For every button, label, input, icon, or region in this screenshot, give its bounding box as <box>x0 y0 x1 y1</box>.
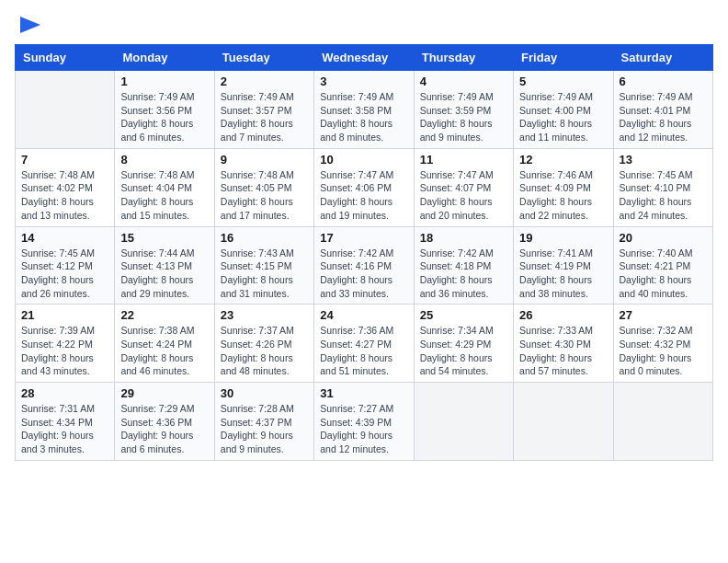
day-info: Sunrise: 7:45 AMSunset: 4:12 PMDaylight:… <box>21 247 108 301</box>
calendar-week-row: 28Sunrise: 7:31 AMSunset: 4:34 PMDayligh… <box>16 383 713 461</box>
calendar-cell: 16Sunrise: 7:43 AMSunset: 4:15 PMDayligh… <box>214 226 313 304</box>
calendar-cell: 5Sunrise: 7:49 AMSunset: 4:00 PMDaylight… <box>514 71 613 149</box>
day-number: 11 <box>420 153 507 167</box>
calendar-week-row: 21Sunrise: 7:39 AMSunset: 4:22 PMDayligh… <box>16 304 713 383</box>
calendar-cell <box>613 383 712 461</box>
day-info: Sunrise: 7:42 AMSunset: 4:18 PMDaylight:… <box>420 247 507 301</box>
calendar-cell <box>514 383 613 461</box>
svg-marker-0 <box>20 17 40 33</box>
calendar-cell: 10Sunrise: 7:47 AMSunset: 4:06 PMDayligh… <box>314 148 414 226</box>
day-number: 28 <box>21 386 108 400</box>
day-number: 12 <box>519 153 607 167</box>
calendar-cell: 20Sunrise: 7:40 AMSunset: 4:21 PMDayligh… <box>613 226 712 304</box>
day-info: Sunrise: 7:40 AMSunset: 4:21 PMDaylight:… <box>620 247 707 301</box>
day-number: 29 <box>120 386 208 400</box>
day-number: 14 <box>21 231 108 245</box>
calendar-cell: 9Sunrise: 7:48 AMSunset: 4:05 PMDaylight… <box>214 148 313 226</box>
day-number: 26 <box>519 308 607 322</box>
day-number: 2 <box>221 75 308 88</box>
calendar-cell <box>414 383 513 461</box>
header-wednesday: Wednesday <box>314 45 414 71</box>
calendar-cell: 17Sunrise: 7:42 AMSunset: 4:16 PMDayligh… <box>314 226 414 304</box>
calendar-cell: 25Sunrise: 7:34 AMSunset: 4:29 PMDayligh… <box>414 304 513 383</box>
day-number: 16 <box>221 231 308 245</box>
calendar-cell: 27Sunrise: 7:32 AMSunset: 4:32 PMDayligh… <box>613 304 712 383</box>
day-number: 1 <box>120 75 208 88</box>
day-info: Sunrise: 7:49 AMSunset: 3:59 PMDaylight:… <box>420 90 507 144</box>
calendar-cell: 12Sunrise: 7:46 AMSunset: 4:09 PMDayligh… <box>514 148 613 226</box>
calendar-cell <box>16 71 115 149</box>
calendar-cell: 8Sunrise: 7:48 AMSunset: 4:04 PMDaylight… <box>115 148 214 226</box>
day-number: 3 <box>320 75 407 88</box>
header-thursday: Thursday <box>414 45 513 71</box>
calendar-cell: 7Sunrise: 7:48 AMSunset: 4:02 PMDaylight… <box>16 148 115 226</box>
day-number: 24 <box>320 308 407 322</box>
day-info: Sunrise: 7:36 AMSunset: 4:27 PMDaylight:… <box>320 324 407 378</box>
day-info: Sunrise: 7:33 AMSunset: 4:30 PMDaylight:… <box>519 324 607 378</box>
day-number: 5 <box>519 75 607 88</box>
calendar-cell: 3Sunrise: 7:49 AMSunset: 3:58 PMDaylight… <box>314 71 414 149</box>
day-number: 18 <box>420 231 507 245</box>
day-info: Sunrise: 7:27 AMSunset: 4:39 PMDaylight:… <box>320 402 407 456</box>
calendar-cell: 15Sunrise: 7:44 AMSunset: 4:13 PMDayligh… <box>115 226 214 304</box>
day-info: Sunrise: 7:43 AMSunset: 4:15 PMDaylight:… <box>221 247 308 301</box>
day-number: 8 <box>120 153 208 167</box>
calendar-cell: 6Sunrise: 7:49 AMSunset: 4:01 PMDaylight… <box>613 71 712 149</box>
calendar-table: SundayMondayTuesdayWednesdayThursdayFrid… <box>15 44 713 461</box>
calendar-cell: 4Sunrise: 7:49 AMSunset: 3:59 PMDaylight… <box>414 71 513 149</box>
calendar-cell: 24Sunrise: 7:36 AMSunset: 4:27 PMDayligh… <box>314 304 414 383</box>
calendar-cell: 29Sunrise: 7:29 AMSunset: 4:36 PMDayligh… <box>115 383 214 461</box>
day-number: 31 <box>320 386 407 400</box>
calendar-cell: 13Sunrise: 7:45 AMSunset: 4:10 PMDayligh… <box>613 148 712 226</box>
calendar-cell: 18Sunrise: 7:42 AMSunset: 4:18 PMDayligh… <box>414 226 513 304</box>
header-sunday: Sunday <box>16 45 115 71</box>
day-info: Sunrise: 7:37 AMSunset: 4:26 PMDaylight:… <box>221 324 308 378</box>
day-info: Sunrise: 7:42 AMSunset: 4:16 PMDaylight:… <box>320 247 407 301</box>
day-number: 15 <box>120 231 208 245</box>
day-number: 25 <box>420 308 507 322</box>
day-info: Sunrise: 7:48 AMSunset: 4:02 PMDaylight:… <box>21 168 108 223</box>
calendar-cell: 19Sunrise: 7:41 AMSunset: 4:19 PMDayligh… <box>514 226 613 304</box>
header-saturday: Saturday <box>613 45 712 71</box>
calendar-cell: 28Sunrise: 7:31 AMSunset: 4:34 PMDayligh… <box>16 383 115 461</box>
day-info: Sunrise: 7:47 AMSunset: 4:06 PMDaylight:… <box>320 168 407 223</box>
calendar-cell: 2Sunrise: 7:49 AMSunset: 3:57 PMDaylight… <box>214 71 313 149</box>
day-info: Sunrise: 7:34 AMSunset: 4:29 PMDaylight:… <box>420 324 507 378</box>
day-number: 7 <box>21 153 108 167</box>
day-info: Sunrise: 7:32 AMSunset: 4:32 PMDaylight:… <box>620 324 707 378</box>
day-number: 20 <box>620 231 707 245</box>
day-number: 10 <box>320 153 407 167</box>
day-number: 22 <box>120 308 208 322</box>
day-info: Sunrise: 7:45 AMSunset: 4:10 PMDaylight:… <box>620 168 707 223</box>
day-info: Sunrise: 7:28 AMSunset: 4:37 PMDaylight:… <box>221 402 308 456</box>
calendar-cell: 30Sunrise: 7:28 AMSunset: 4:37 PMDayligh… <box>214 383 313 461</box>
calendar-cell: 14Sunrise: 7:45 AMSunset: 4:12 PMDayligh… <box>16 226 115 304</box>
day-info: Sunrise: 7:49 AMSunset: 4:00 PMDaylight:… <box>519 90 607 144</box>
day-number: 19 <box>519 231 607 245</box>
day-info: Sunrise: 7:48 AMSunset: 4:04 PMDaylight:… <box>120 168 208 223</box>
day-info: Sunrise: 7:49 AMSunset: 3:56 PMDaylight:… <box>120 90 208 144</box>
calendar-cell: 31Sunrise: 7:27 AMSunset: 4:39 PMDayligh… <box>314 383 414 461</box>
day-info: Sunrise: 7:48 AMSunset: 4:05 PMDaylight:… <box>221 168 308 223</box>
day-info: Sunrise: 7:49 AMSunset: 3:58 PMDaylight:… <box>320 90 407 144</box>
day-info: Sunrise: 7:31 AMSunset: 4:34 PMDaylight:… <box>21 402 108 456</box>
calendar-cell: 23Sunrise: 7:37 AMSunset: 4:26 PMDayligh… <box>214 304 313 383</box>
calendar-cell: 22Sunrise: 7:38 AMSunset: 4:24 PMDayligh… <box>115 304 214 383</box>
calendar-cell: 26Sunrise: 7:33 AMSunset: 4:30 PMDayligh… <box>514 304 613 383</box>
header-monday: Monday <box>115 45 214 71</box>
day-number: 6 <box>620 75 707 88</box>
day-info: Sunrise: 7:38 AMSunset: 4:24 PMDaylight:… <box>120 324 208 378</box>
calendar-cell: 11Sunrise: 7:47 AMSunset: 4:07 PMDayligh… <box>414 148 513 226</box>
day-number: 23 <box>221 308 308 322</box>
logo-arrow-icon <box>20 17 40 33</box>
day-number: 17 <box>320 231 407 245</box>
calendar-cell: 1Sunrise: 7:49 AMSunset: 3:56 PMDaylight… <box>115 71 214 149</box>
calendar-week-row: 1Sunrise: 7:49 AMSunset: 3:56 PMDaylight… <box>16 71 713 149</box>
day-info: Sunrise: 7:39 AMSunset: 4:22 PMDaylight:… <box>21 324 108 378</box>
day-number: 21 <box>21 308 108 322</box>
day-number: 27 <box>620 308 707 322</box>
day-info: Sunrise: 7:49 AMSunset: 4:01 PMDaylight:… <box>620 90 707 144</box>
day-info: Sunrise: 7:49 AMSunset: 3:57 PMDaylight:… <box>221 90 308 144</box>
day-number: 4 <box>420 75 507 88</box>
day-info: Sunrise: 7:46 AMSunset: 4:09 PMDaylight:… <box>519 168 607 223</box>
